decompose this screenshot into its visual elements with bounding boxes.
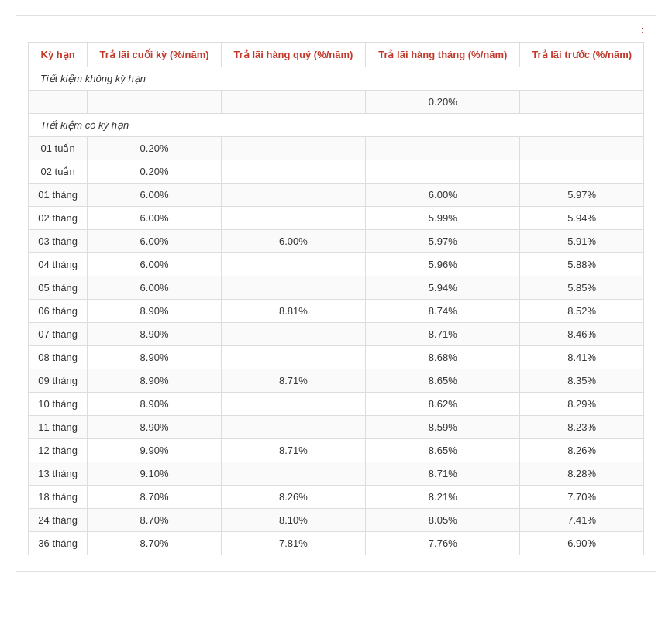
rate-cell-10-1: 8.90% (88, 300, 222, 323)
table-row: Tiết kiệm có kỳ hạn (29, 114, 644, 137)
rate-cell-11-3: 8.71% (366, 323, 520, 346)
rate-cell-9-4: 5.85% (520, 276, 644, 300)
col-header-3: Trả lãi hàng tháng (%/năm) (366, 43, 520, 67)
rate-cell-17-4: 8.28% (520, 462, 644, 486)
rate-cell-14-2 (221, 393, 365, 416)
rate-cell-16-1: 9.90% (88, 439, 222, 462)
rate-cell-13-3: 8.65% (366, 369, 520, 393)
rate-cell-10-2: 8.81% (221, 300, 365, 323)
rate-cell-4-4 (520, 160, 644, 184)
rate-cell-16-3: 8.65% (366, 439, 520, 462)
rate-cell-7-2: 6.00% (221, 230, 365, 253)
rate-cell-12-4: 8.41% (520, 346, 644, 369)
rate-cell-12-2 (221, 346, 365, 369)
rate-cell-14-3: 8.62% (366, 393, 520, 416)
rate-cell-20-1: 8.70% (88, 532, 222, 555)
table-row: 12 tháng9.90%8.71%8.65%8.26% (29, 439, 644, 462)
col-header-2: Trả lãi hàng quý (%/năm) (221, 43, 365, 67)
rate-cell-3-4 (520, 137, 644, 160)
rate-cell-17-1: 9.10% (88, 462, 222, 486)
rate-cell-5-2 (221, 184, 365, 207)
rate-cell-8-3: 5.96% (366, 253, 520, 276)
rate-cell-15-2 (221, 416, 365, 439)
rate-cell-4-3 (366, 160, 520, 184)
table-row: 03 tháng6.00%6.00%5.97%5.91% (29, 230, 644, 253)
rate-cell-20-4: 6.90% (520, 532, 644, 555)
ky-han-cell: 12 tháng (29, 439, 88, 462)
rate-cell-7-1: 6.00% (88, 230, 222, 253)
ky-han-cell: 02 tháng (29, 207, 88, 230)
table-row: 0.20% (29, 91, 644, 114)
ky-han-cell: 07 tháng (29, 323, 88, 346)
rate-cell-5-3: 6.00% (366, 184, 520, 207)
rate-cell-15-3: 8.59% (366, 416, 520, 439)
effective-date: : (28, 24, 644, 36)
rate-cell-9-2 (221, 276, 365, 300)
rate-cell-3-3 (366, 137, 520, 160)
rate-cell-16-4: 8.26% (520, 439, 644, 462)
table-row: 10 tháng8.90%8.62%8.29% (29, 393, 644, 416)
table-row: Tiết kiệm không kỳ hạn (29, 67, 644, 91)
ky-han-cell: 24 tháng (29, 509, 88, 532)
ky-han-cell: 18 tháng (29, 486, 88, 509)
rate-cell-3-1: 0.20% (88, 137, 222, 160)
rate-cell-9-3: 5.94% (366, 276, 520, 300)
rate-cell-8-2 (221, 253, 365, 276)
table-row: 02 tháng6.00%5.99%5.94% (29, 207, 644, 230)
table-row: 36 tháng8.70%7.81%7.76%6.90% (29, 532, 644, 555)
rate-cell-7-4: 5.91% (520, 230, 644, 253)
rate-cell-13-1: 8.90% (88, 369, 222, 393)
rate-cell-9-1: 6.00% (88, 276, 222, 300)
rate-cell-19-4: 7.41% (520, 509, 644, 532)
ky-han-cell: 01 tuần (29, 137, 88, 160)
col-header-0: Kỳ hạn (29, 43, 88, 67)
rate-cell-4-2 (221, 160, 365, 184)
rate-cell-8-1: 6.00% (88, 253, 222, 276)
rate-cell-1-1 (88, 91, 222, 114)
table-header-row: Kỳ hạnTrả lãi cuối kỳ (%/năm)Trả lãi hàn… (29, 43, 644, 67)
ky-han-cell: 09 tháng (29, 369, 88, 393)
rate-cell-12-3: 8.68% (366, 346, 520, 369)
rate-cell-12-1: 8.90% (88, 346, 222, 369)
section-label: Tiết kiệm không kỳ hạn (29, 67, 644, 91)
rate-cell-1-4 (520, 91, 644, 114)
rate-cell-10-3: 8.74% (366, 300, 520, 323)
rate-cell-3-2 (221, 137, 365, 160)
rate-cell-17-3: 8.71% (366, 462, 520, 486)
rate-cell-11-1: 8.90% (88, 323, 222, 346)
rate-cell-14-1: 8.90% (88, 393, 222, 416)
rate-cell-20-3: 7.76% (366, 532, 520, 555)
ky-han-cell: 08 tháng (29, 346, 88, 369)
ky-han-cell: 11 tháng (29, 416, 88, 439)
table-row: 04 tháng6.00%5.96%5.88% (29, 253, 644, 276)
table-row: 18 tháng8.70%8.26%8.21%7.70% (29, 486, 644, 509)
ky-han-cell: 06 tháng (29, 300, 88, 323)
table-row: 24 tháng8.70%8.10%8.05%7.41% (29, 509, 644, 532)
section-label: Tiết kiệm có kỳ hạn (29, 114, 644, 137)
rate-cell-4-1: 0.20% (88, 160, 222, 184)
table-row: 09 tháng8.90%8.71%8.65%8.35% (29, 369, 644, 393)
rate-cell-1-2 (221, 91, 365, 114)
rate-cell-15-1: 8.90% (88, 416, 222, 439)
rate-cell-6-4: 5.94% (520, 207, 644, 230)
ky-han-cell: 36 tháng (29, 532, 88, 555)
ky-han-cell: 04 tháng (29, 253, 88, 276)
rate-cell-1-3: 0.20% (366, 91, 520, 114)
ky-han-cell: 01 tháng (29, 184, 88, 207)
rate-cell-13-4: 8.35% (520, 369, 644, 393)
rate-cell-18-3: 8.21% (366, 486, 520, 509)
rate-cell-10-4: 8.52% (520, 300, 644, 323)
rate-cell-16-2: 8.71% (221, 439, 365, 462)
rate-cell-19-2: 8.10% (221, 509, 365, 532)
table-row: 06 tháng8.90%8.81%8.74%8.52% (29, 300, 644, 323)
interest-rate-table: Kỳ hạnTrả lãi cuối kỳ (%/năm)Trả lãi hàn… (28, 42, 644, 555)
rate-cell-6-3: 5.99% (366, 207, 520, 230)
rate-cell-19-1: 8.70% (88, 509, 222, 532)
table-row: 13 tháng9.10%8.71%8.28% (29, 462, 644, 486)
table-row: 11 tháng8.90%8.59%8.23% (29, 416, 644, 439)
rate-cell-20-2: 7.81% (221, 532, 365, 555)
rate-cell-17-2 (221, 462, 365, 486)
rate-cell-5-1: 6.00% (88, 184, 222, 207)
ky-han-cell: 03 tháng (29, 230, 88, 253)
rate-cell-6-2 (221, 207, 365, 230)
